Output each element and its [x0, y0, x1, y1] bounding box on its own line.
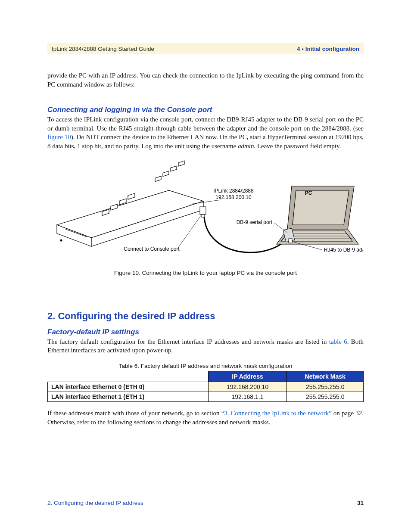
table-header-mask: Network Mask: [287, 371, 364, 382]
svg-rect-14: [201, 215, 205, 217]
svg-rect-9: [163, 171, 169, 177]
label-device: IPLink 2884/2888: [213, 188, 254, 194]
after-table-paragraph: If these addresses match with those of y…: [47, 409, 364, 426]
page-footer: 2. Configuring the desired IP address 31: [47, 500, 364, 506]
header-doc-title: IpLink 2884/2888 Getting Started Guide: [52, 46, 154, 52]
label-db9: DB-9 serial port: [237, 219, 273, 225]
svg-line-26: [177, 215, 202, 249]
svg-marker-16: [293, 190, 349, 225]
table-cell-ip: 192.168.200.10: [208, 382, 287, 392]
table-header-ip: IP Address: [208, 371, 287, 382]
intro-paragraph: provide the PC with an IP address. You c…: [47, 71, 364, 89]
factory-paragraph: The factory default configuration for th…: [47, 337, 364, 355]
svg-line-25: [274, 223, 287, 233]
figure-diagram: IPLink 2884/2888 192.168.200.10 PC DB-9 …: [48, 160, 363, 264]
page-header: IpLink 2884/2888 Getting Started Guide 4…: [47, 43, 364, 54]
label-pc: PC: [305, 190, 312, 196]
username-admin: admin.: [238, 143, 255, 149]
heading-configuring-ip: 2. Configuring the desired IP address: [47, 311, 364, 322]
figure-caption: Figure 10. Connecting the IpLink to your…: [47, 270, 364, 276]
svg-rect-23: [289, 239, 292, 243]
heading-factory-default: Factory-default IP settings: [47, 328, 364, 336]
console-paragraph: To access the IPLink configuration via t…: [47, 115, 364, 151]
page-number: 31: [357, 500, 364, 506]
device-icon: [57, 161, 203, 246]
page: IpLink 2884/2888 Getting Started Guide 4…: [0, 0, 411, 532]
table-cell-mask: 255.255.255.0: [287, 382, 364, 392]
text-run: The factory default configuration for th…: [47, 338, 329, 345]
table-header-empty: [48, 371, 209, 382]
svg-point-12: [60, 240, 62, 241]
table-cell-mask: 255.255.255.0: [287, 392, 364, 402]
header-chapter: 4 • Initial configuration: [297, 46, 359, 52]
text-run: To access the IPLink configuration via t…: [47, 116, 364, 132]
svg-rect-7: [128, 193, 135, 199]
label-adapter: RJ45 to DB-9 adapter: [324, 247, 363, 253]
label-console: Connect to Console port: [124, 246, 180, 252]
figure-10: IPLink 2884/2888 192.168.200.10 PC DB-9 …: [47, 160, 364, 276]
svg-rect-11: [178, 161, 184, 166]
ip-settings-table: IP Address Network Mask LAN interface Et…: [47, 371, 364, 402]
table-row: LAN interface Ethernet 1 (ETH 1) 192.168…: [48, 392, 364, 402]
label-device-ip: 192.168.200.10: [215, 194, 252, 200]
table-header-row: IP Address Network Mask: [48, 371, 364, 382]
table-reference-link[interactable]: table 6: [329, 338, 347, 345]
table-caption: Table 6. Factory default IP address and …: [47, 363, 364, 369]
figure-reference-link[interactable]: figure 10: [47, 134, 71, 140]
section-reference-link[interactable]: “3. Connecting the IpLink to the network…: [221, 410, 332, 417]
table-cell-ip: 192.168.1.1: [208, 392, 287, 402]
svg-rect-13: [200, 207, 206, 215]
footer-section-title: 2. Configuring the desired IP address: [47, 500, 143, 506]
table-row-name: LAN interface Ethernet 0 (ETH 0): [48, 382, 209, 392]
table-row-name: LAN interface Ethernet 1 (ETH 1): [48, 392, 209, 402]
text-run: Leave the password field empty.: [255, 143, 341, 149]
text-run: If these addresses match with those of y…: [47, 410, 221, 417]
svg-rect-8: [155, 176, 161, 182]
svg-rect-10: [171, 166, 177, 171]
table-row: LAN interface Ethernet 0 (ETH 0) 192.168…: [48, 382, 364, 392]
heading-console-port: Connecting and logging in via the Consol…: [47, 106, 364, 114]
